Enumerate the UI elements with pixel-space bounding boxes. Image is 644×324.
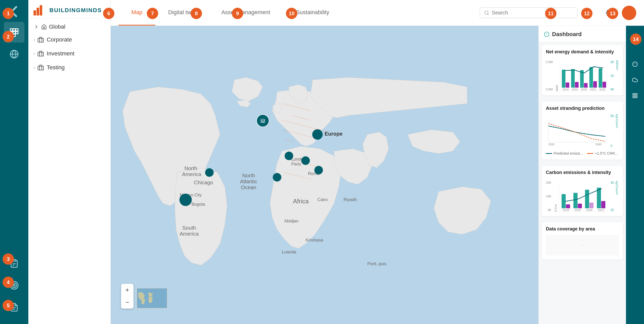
stranding-y-unit: kgCO₂e/m²	[615, 114, 619, 148]
step-badge-10: 10	[286, 8, 297, 19]
search-input[interactable]	[492, 10, 573, 16]
stranding-y-right-2: 0	[611, 144, 614, 148]
map-marker-central-europe	[301, 156, 310, 165]
corporate-expand-arrow: ›	[33, 37, 35, 42]
step-badge-5: 5	[3, 300, 14, 311]
nav-header-expand-icon	[33, 24, 39, 30]
carbon-line	[559, 181, 608, 212]
svg-text:Africa: Africa	[293, 198, 309, 205]
map-marker-south-europe	[314, 166, 323, 174]
chart-net-energy: Net energy demand & intensity 0.5M 0.0M …	[542, 45, 623, 95]
carbon-y-right-1: 40	[611, 181, 614, 185]
svg-text:2040: 2040	[596, 143, 602, 146]
investment-expand-arrow: ›	[33, 51, 35, 56]
nav-item-investment-label: Investment	[47, 50, 74, 57]
step-badge-12: 12	[581, 8, 592, 19]
net-energy-y-right-unit: kWh/m²	[616, 60, 619, 91]
nav-item-testing[interactable]: › Testing	[28, 61, 111, 74]
grid-icon	[632, 93, 638, 98]
minimap-svg	[137, 288, 167, 308]
zoom-in-button[interactable]: +	[121, 284, 133, 296]
nav-panel-header: Global	[28, 18, 111, 33]
svg-text:Bogota: Bogota	[192, 202, 205, 207]
svg-rect-90	[633, 94, 634, 95]
stranding-chart-svg: 2020 2040	[546, 114, 608, 148]
map-marker-new-york	[205, 168, 214, 177]
svg-rect-4	[13, 31, 15, 34]
svg-rect-93	[635, 96, 637, 98]
carbon-y-left-3: 0K	[546, 208, 551, 212]
dashboard-title: Dashboard	[552, 31, 582, 38]
map-marker-europe-main	[312, 129, 323, 140]
buildingminds-logo-icon	[33, 5, 46, 15]
chart-asset-stranding: Asset stranding prediction	[542, 102, 623, 160]
step-badge-13: 13	[607, 8, 618, 19]
svg-text:Paris: Paris	[291, 162, 301, 167]
search-box[interactable]	[480, 7, 578, 18]
svg-text:Cairo: Cairo	[317, 197, 328, 202]
svg-text:Portl..quis: Portl..quis	[367, 261, 386, 266]
svg-rect-20	[40, 5, 42, 15]
step-badge-1: 1	[3, 8, 14, 19]
dashboard-header: Dashboard	[539, 26, 626, 42]
nav-item-testing-label: Testing	[47, 64, 65, 71]
carbon-y-left-1: 20K	[546, 181, 551, 185]
stranding-legend-predicted: Predicted emissi...	[546, 151, 583, 155]
dashboard-panel: Dashboard Net energy demand & intensity …	[538, 26, 626, 324]
user-avatar-button[interactable]	[622, 6, 636, 20]
svg-text:Europe: Europe	[325, 131, 343, 137]
svg-point-24	[485, 11, 488, 14]
svg-rect-0	[10, 29, 13, 31]
svg-text:2020: 2020	[548, 143, 555, 146]
nav-item-corporate[interactable]: › Corporate	[28, 33, 111, 47]
net-energy-y-left-unit: MWh	[555, 60, 558, 91]
step-badge-9: 9	[232, 8, 243, 19]
chart-carbon-emissions: Carbon emissions & intensity 20K 10K 0K …	[542, 166, 623, 216]
svg-text:Chicago: Chicago	[194, 180, 213, 185]
cloud-button[interactable]	[628, 73, 642, 87]
svg-text:Ocean: Ocean	[241, 185, 256, 190]
net-energy-y-right-2: 1K	[610, 74, 614, 78]
map-minimap	[137, 288, 167, 309]
map-zoom-controls: + −	[121, 284, 133, 309]
testing-icon	[37, 64, 44, 71]
chart-data-coverage: Data coverage by area ···	[542, 222, 623, 260]
chart-coverage-title: Data coverage by area	[546, 226, 619, 232]
grid-button[interactable]	[628, 88, 642, 103]
svg-point-15	[13, 285, 15, 286]
svg-rect-2	[16, 29, 18, 31]
nav-item-investment[interactable]: › Investment	[28, 47, 111, 61]
svg-text:America: America	[180, 231, 199, 237]
svg-text:North: North	[242, 173, 255, 178]
sidebar-item-globe[interactable]	[4, 44, 24, 64]
search-icon	[484, 10, 489, 16]
tab-asset-management[interactable]: Asset management	[208, 0, 283, 26]
svg-rect-1	[13, 29, 15, 31]
svg-rect-19	[37, 8, 39, 15]
far-right-panel	[626, 26, 644, 324]
stranding-y-right-1: 50	[611, 114, 614, 118]
nav-panel: BUILDINGMINDS Global › Corporate ›	[28, 0, 111, 324]
net-energy-line	[560, 60, 608, 91]
buildingminds-logo-text: BUILDINGMINDS	[49, 7, 102, 14]
net-energy-y-right-3: 0K	[610, 88, 614, 91]
map-marker-atlantic	[273, 173, 281, 181]
stranding-legend-crr: +1.5°C CRR...	[587, 151, 618, 155]
step-badge-8: 8	[191, 8, 202, 19]
net-energy-y-right-1: 2K	[610, 60, 614, 64]
svg-rect-92	[633, 96, 634, 98]
step-badge-3: 3	[3, 253, 14, 265]
map-container[interactable]: North America Chicago North Atlantic Oce…	[111, 26, 538, 324]
info-button[interactable]	[628, 57, 642, 71]
svg-text:North: North	[184, 165, 197, 171]
carbon-y-right-2: 20	[611, 208, 614, 212]
svg-rect-21	[38, 38, 44, 42]
zoom-out-button[interactable]: −	[121, 296, 133, 309]
svg-rect-22	[38, 52, 44, 56]
svg-text:Luanda: Luanda	[282, 250, 296, 254]
svg-text:South: South	[182, 225, 196, 231]
svg-text:Abidjan: Abidjan	[284, 219, 298, 223]
step-badge-6: 6	[103, 8, 114, 19]
svg-rect-91	[635, 94, 637, 95]
net-energy-y-left-2: 0.0M	[546, 88, 553, 91]
